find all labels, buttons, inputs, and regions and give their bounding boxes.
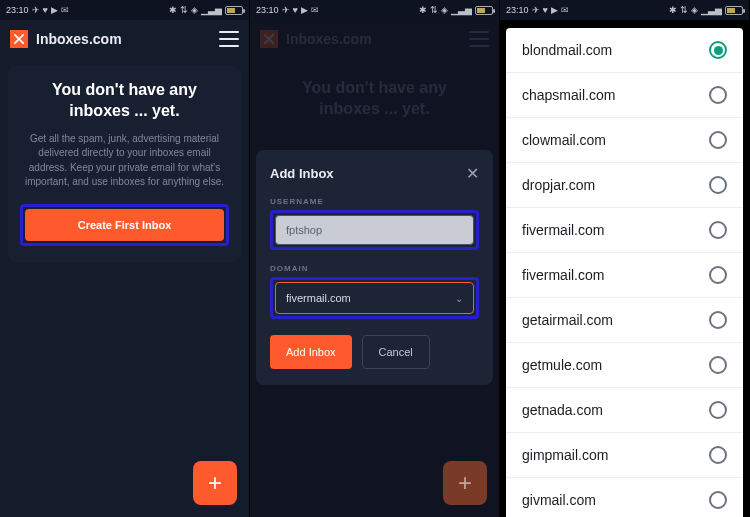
username-field-block: USERNAME [270,197,479,250]
status-time: 23:10 [506,5,529,15]
modal-header: Add Inbox ✕ [270,164,479,183]
domain-option-label: chapsmail.com [522,87,615,103]
app-logo-icon [10,30,28,48]
username-label: USERNAME [270,197,479,206]
domain-option[interactable]: fivermail.com [506,208,743,253]
status-bar: 23:10 ✈ ♥ ▶ ✉ ✱ ⇅ ◈ ▁▃▅ [0,0,249,20]
radio-icon[interactable] [709,221,727,239]
domain-option[interactable]: getairmail.com [506,298,743,343]
domain-option-label: fivermail.com [522,222,604,238]
add-inbox-modal: Add Inbox ✕ USERNAME DOMAIN fivermail.co… [256,150,493,385]
battery-icon [225,6,243,15]
domain-option-label: getnada.com [522,402,603,418]
highlight-domain: fivermail.com ⌄ [270,277,479,319]
radio-icon[interactable] [709,401,727,419]
status-left: 23:10 ✈ ♥ ▶ ✉ [506,5,569,15]
bluetooth-icon: ✱ [169,5,177,15]
status-right: ✱ ⇅ ◈ ▁▃▅ [669,5,743,15]
empty-state-card: You don't have any inboxes ... yet. Get … [8,66,241,262]
heart-icon: ♥ [543,5,548,15]
youtube-icon: ▶ [51,5,58,15]
menu-icon[interactable] [219,31,239,47]
domain-option-label: fivermail.com [522,267,604,283]
domain-field-block: DOMAIN fivermail.com ⌄ [270,264,479,319]
status-time: 23:10 [6,5,29,15]
wifi-icon: ◈ [441,5,448,15]
domain-option[interactable]: dropjar.com [506,163,743,208]
radio-icon[interactable] [709,131,727,149]
phone-screen-3: 23:10 ✈ ♥ ▶ ✉ ✱ ⇅ ◈ ▁▃▅ blondmail.comcha… [500,0,750,517]
cancel-button[interactable]: Cancel [362,335,430,369]
modal-actions: Add Inbox Cancel [270,335,479,369]
modal-title: Add Inbox [270,166,334,181]
signal-icon: ▁▃▅ [701,5,722,15]
domain-select[interactable]: fivermail.com ⌄ [275,282,474,314]
highlight-cta: Create First Inbox [20,204,229,246]
fab-add-button: + [443,461,487,505]
chat-icon: ✉ [61,5,69,15]
plus-icon: + [208,469,222,497]
bluetooth-icon: ✱ [669,5,677,15]
data-icon: ⇅ [680,5,688,15]
bluetooth-icon: ✱ [419,5,427,15]
domain-option[interactable]: fivermail.com [506,253,743,298]
youtube-icon: ▶ [301,5,308,15]
domain-option[interactable]: blondmail.com [506,28,743,73]
radio-icon[interactable] [709,176,727,194]
close-icon[interactable]: ✕ [466,164,479,183]
data-icon: ⇅ [180,5,188,15]
domain-option-label: clowmail.com [522,132,606,148]
domain-option[interactable]: chapsmail.com [506,73,743,118]
radio-icon[interactable] [709,446,727,464]
add-inbox-button[interactable]: Add Inbox [270,335,352,369]
status-right: ✱ ⇅ ◈ ▁▃▅ [419,5,493,15]
domain-picker-list[interactable]: blondmail.comchapsmail.comclowmail.comdr… [506,28,743,517]
status-bar: 23:10 ✈ ♥ ▶ ✉ ✱ ⇅ ◈ ▁▃▅ [250,0,499,20]
domain-value: fivermail.com [286,292,351,304]
data-icon: ⇅ [430,5,438,15]
status-left: 23:10 ✈ ♥ ▶ ✉ [256,5,319,15]
battery-icon [725,6,743,15]
app-title: Inboxes.com [36,31,122,47]
radio-icon[interactable] [709,41,727,59]
domain-option[interactable]: gimpmail.com [506,433,743,478]
create-first-inbox-button[interactable]: Create First Inbox [25,209,224,241]
battery-icon [475,6,493,15]
app-header: Inboxes.com [0,20,249,58]
chat-icon: ✉ [311,5,319,15]
radio-icon[interactable] [709,266,727,284]
phone-screen-2: 23:10 ✈ ♥ ▶ ✉ ✱ ⇅ ◈ ▁▃▅ Inboxes.com You … [250,0,500,517]
domain-option[interactable]: clowmail.com [506,118,743,163]
radio-icon[interactable] [709,86,727,104]
heart-icon: ♥ [43,5,48,15]
username-input[interactable] [275,215,474,245]
status-time: 23:10 [256,5,279,15]
telegram-icon: ✈ [532,5,540,15]
radio-icon[interactable] [709,311,727,329]
empty-description: Get all the spam, junk, advertising mate… [20,132,229,190]
youtube-icon: ▶ [551,5,558,15]
domain-option[interactable]: getmule.com [506,343,743,388]
domain-option-label: getmule.com [522,357,602,373]
domain-option-label: dropjar.com [522,177,595,193]
radio-icon[interactable] [709,491,727,509]
chevron-down-icon: ⌄ [455,293,463,304]
domain-option[interactable]: givmail.com [506,478,743,517]
highlight-username [270,210,479,250]
app-header-left: Inboxes.com [10,30,122,48]
telegram-icon: ✈ [32,5,40,15]
domain-option-label: blondmail.com [522,42,612,58]
wifi-icon: ◈ [691,5,698,15]
telegram-icon: ✈ [282,5,290,15]
fab-add-button[interactable]: + [193,461,237,505]
status-left: 23:10 ✈ ♥ ▶ ✉ [6,5,69,15]
domain-option-label: getairmail.com [522,312,613,328]
empty-title: You don't have any inboxes ... yet. [20,80,229,122]
status-right: ✱ ⇅ ◈ ▁▃▅ [169,5,243,15]
domain-label: DOMAIN [270,264,479,273]
plus-icon: + [458,469,472,497]
status-bar: 23:10 ✈ ♥ ▶ ✉ ✱ ⇅ ◈ ▁▃▅ [500,0,749,20]
radio-icon[interactable] [709,356,727,374]
phone-screen-1: 23:10 ✈ ♥ ▶ ✉ ✱ ⇅ ◈ ▁▃▅ Inboxes.com You … [0,0,250,517]
domain-option[interactable]: getnada.com [506,388,743,433]
